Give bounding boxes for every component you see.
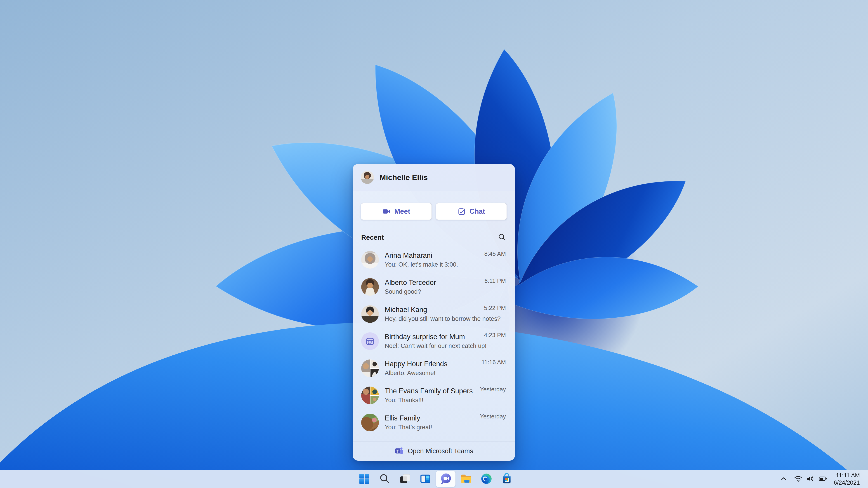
open-teams-label: Open Microsoft Teams	[408, 447, 473, 455]
conversation-preview: Noel: Can’t wait for our next catch up!	[385, 343, 506, 350]
avatar-bearded-man	[361, 278, 379, 296]
teams-chat-flyout: Michelle Ellis Meet	[352, 164, 515, 461]
chat-button[interactable]: Chat	[436, 203, 507, 220]
system-tray: 11:11 AM 6/24/2021	[778, 470, 862, 488]
widgets-icon	[419, 473, 432, 486]
taskbar: 11:11 AM 6/24/2021	[0, 470, 868, 488]
flyout-header: Michelle Ellis	[352, 164, 515, 191]
tray-date: 6/24/2021	[834, 479, 860, 486]
conversation-time: 4:23 PM	[484, 332, 506, 339]
meet-button[interactable]: Meet	[361, 203, 432, 220]
file-explorer-button[interactable]	[456, 471, 476, 487]
chat-button-taskbar[interactable]	[436, 471, 456, 487]
network-volume-battery-button[interactable]	[792, 472, 830, 486]
tray-overflow-chevron[interactable]	[778, 472, 790, 486]
conversation-time: 6:11 PM	[485, 278, 506, 285]
user-name: Michelle Ellis	[379, 173, 428, 182]
volume-icon	[806, 475, 815, 484]
conversation-row[interactable]: Alberto Tercedor Sound good? 6:11 PM	[352, 273, 515, 300]
recent-heading: Recent	[361, 234, 384, 241]
conversation-row[interactable]: Arina Maharani You: OK, let’s make it 3:…	[352, 246, 515, 273]
wifi-icon	[794, 475, 802, 484]
chevron-up-icon	[780, 475, 787, 483]
task-view-icon	[399, 473, 411, 486]
windows-logo-icon	[358, 473, 371, 486]
conversation-preview: Alberto: Awesome!	[385, 369, 506, 377]
avatar-group-collage	[361, 387, 379, 404]
conversation-time: Yesterday	[480, 413, 506, 420]
conversation-time: Yesterday	[480, 386, 506, 393]
compose-icon	[458, 207, 466, 216]
edge-browser-button[interactable]	[477, 471, 496, 487]
start-button[interactable]	[355, 471, 374, 487]
tray-time: 11:11 AM	[836, 472, 860, 479]
search-button[interactable]	[375, 471, 395, 487]
teams-logo-icon	[395, 446, 404, 456]
avatar-family-photo	[361, 414, 379, 431]
quick-actions: Meet Chat	[361, 203, 507, 220]
user-avatar[interactable]	[361, 171, 374, 184]
widgets-button[interactable]	[416, 471, 435, 487]
conversation-preview: Hey, did you still want to borrow the no…	[385, 315, 506, 322]
battery-icon	[818, 474, 827, 484]
edge-icon	[480, 473, 493, 486]
conversation-row[interactable]: The Evans Family of Supers You: Thanks!!…	[352, 382, 515, 409]
conversation-row[interactable]: Ellis Family You: That’s great! Yesterda…	[352, 409, 515, 436]
recent-conversation-list: Arina Maharani You: OK, let’s make it 3:…	[352, 246, 515, 436]
conversation-row[interactable]: Michael Kang Hey, did you still want to …	[352, 300, 515, 328]
conversation-time: 5:22 PM	[484, 304, 506, 312]
folder-icon	[460, 473, 472, 486]
search-icon	[378, 473, 391, 486]
open-microsoft-teams-link[interactable]: Open Microsoft Teams	[352, 441, 515, 461]
avatar-young-man	[361, 305, 379, 323]
teams-chat-bubble-icon	[439, 472, 452, 486]
conversation-row[interactable]: Happy Hour Friends Alberto: Awesome! 11:…	[352, 355, 515, 382]
task-view-button[interactable]	[395, 471, 415, 487]
conversation-time: 11:16 AM	[482, 359, 506, 366]
conversation-preview: You: Thanks!!!	[385, 397, 506, 404]
conversation-row[interactable]: Birthday surprise for Mum Noel: Can’t wa…	[352, 328, 515, 355]
avatar-group-collage	[361, 359, 379, 377]
conversation-time: 8:45 AM	[485, 250, 506, 257]
conversation-preview: You: That’s great!	[385, 424, 506, 431]
video-camera-icon	[382, 207, 391, 216]
taskbar-center-icons	[354, 470, 517, 488]
microsoft-store-button[interactable]	[497, 471, 517, 487]
conversation-preview: You: OK, let’s make it 3:00.	[385, 261, 506, 268]
avatar-woman-hijab	[361, 251, 379, 269]
meet-button-label: Meet	[394, 207, 410, 216]
search-icon[interactable]	[498, 233, 506, 242]
clock-and-date[interactable]: 11:11 AM 6/24/2021	[831, 472, 862, 486]
store-icon	[500, 473, 513, 486]
calendar-event-icon	[361, 332, 379, 350]
chat-button-label: Chat	[469, 207, 485, 216]
conversation-preview: Sound good?	[385, 288, 506, 295]
desktop: Michelle Ellis Meet	[0, 0, 868, 488]
